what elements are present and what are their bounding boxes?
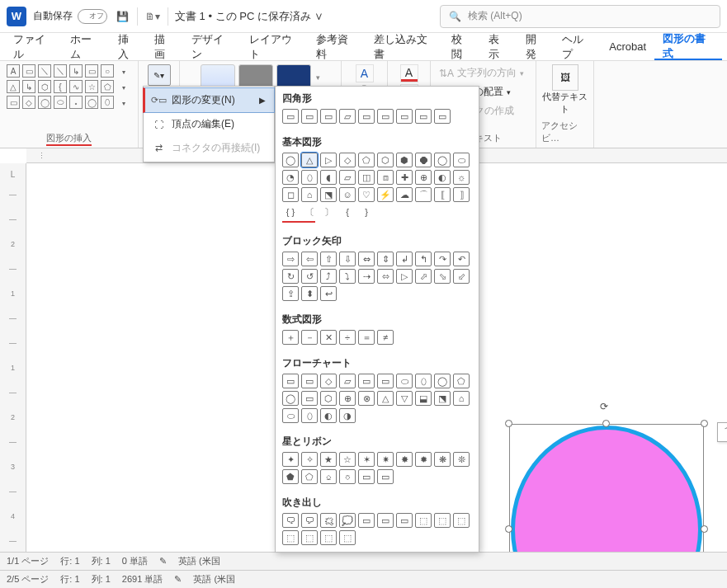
search-icon: 🔍 xyxy=(449,11,461,22)
rotate-handle[interactable]: ⟳ xyxy=(600,401,613,414)
equation-grid[interactable]: ＋－✕÷＝≠ xyxy=(282,330,472,345)
alt-text-icon[interactable]: 🖼 xyxy=(552,64,578,91)
edit-shape-button[interactable]: ✎▾ xyxy=(148,64,171,86)
highlight-underline xyxy=(282,221,315,223)
sf-rectangles: 四角形 ▭▭▭▱▭▭▭▭▭ xyxy=(276,87,479,130)
edit-shape-menu: ⟳▭ 図形の変更(N) ▶ ⛶ 頂点の編集(E) ⇄ コネクタの再接続(I) xyxy=(143,86,275,162)
titlebar: W 自動保存 オフ 💾 🗎▾ 文書 1 • この PC に保存済み ∨ 🔍 検索… xyxy=(0,0,727,33)
sf-equation: 数式図形 ＋－✕÷＝≠ xyxy=(276,308,479,351)
resize-handle-w[interactable] xyxy=(505,525,512,533)
basic-grid[interactable]: ◯△▷◇⬠⬡⬢⯃◯⬭ ◔⬯◖▱◫⧈✚⊕◐☼ ◻⌂⬔☺♡⚡☁⌒⟦⟧ { }〔〕{} xyxy=(282,153,472,219)
status-line-2[interactable]: 行: 1 xyxy=(60,573,79,586)
status-words-2[interactable]: 2691 単語 xyxy=(122,573,163,586)
group-label-insert-shapes: 図形の挿入 xyxy=(46,132,92,146)
group-accessibility: 🖼 代替テキスト アクセシビ… xyxy=(536,61,594,148)
flowchart-grid[interactable]: ▭▭◇▱▭▭⬭⬯◯⬠ ◯▭⬡⊕⊗△▽⬓⬔⌂ ⬭⬯◐◑ xyxy=(282,374,472,423)
separator xyxy=(137,7,138,26)
edit-points-icon: ⛶ xyxy=(152,118,165,131)
arrows-grid[interactable]: ⇨⇦⇧⇩⇔⇕↲↰↷↶ ↻↺⤴⤵⇢⬄▷⬀⬂⬃ ⇪⬍↩ xyxy=(282,252,472,301)
tab-home[interactable]: ホーム xyxy=(62,33,109,60)
reconnect-icon: ⇄ xyxy=(152,142,165,155)
shape-gallery-mini[interactable]: A▭＼＼↳▭○▾ △↳⬡{∿☆⬠▾ ▭◇◯⬭⬩◯⬯▾ xyxy=(7,64,131,111)
text-direction-button[interactable]: ⇅A 文字列の方向▾ xyxy=(436,64,527,82)
status-proofing-icon[interactable]: ✎ xyxy=(159,556,167,567)
sf-callouts: 吹き出し 🗨🗩🗯💭▭▭▭⬚⬚⬚ ⬚⬚⬚⬚ xyxy=(276,491,479,552)
autosave-label: 自動保存 xyxy=(33,9,73,23)
status-bar-1: 1/1 ページ 行: 1 列: 1 0 単語 ✎ 英語 (米国 xyxy=(0,552,727,570)
status-proofing-icon-2[interactable]: ✎ xyxy=(174,574,182,585)
tab-draw[interactable]: 描画 xyxy=(146,33,183,60)
tab-shape-format[interactable]: 図形の書式 xyxy=(654,33,722,60)
resize-handle-n[interactable] xyxy=(602,420,610,427)
tab-references[interactable]: 参考資料 xyxy=(308,33,365,60)
tab-insert[interactable]: 挿入 xyxy=(110,33,147,60)
tab-review[interactable]: 校閲 xyxy=(443,33,480,60)
submenu-arrow-icon: ▶ xyxy=(259,96,266,105)
rect-grid[interactable]: ▭▭▭▱▭▭▭▭▭ xyxy=(282,109,472,124)
autosave-toggle[interactable]: オフ xyxy=(78,9,107,24)
vertical-ruler[interactable]: L ——2— 1——1 —2—3 —4—5 —6—7 —8—9 —10—11 —… xyxy=(0,163,26,552)
alt-text-label: 代替テキスト xyxy=(541,91,588,115)
autosave-group: 自動保存 オフ xyxy=(33,9,107,24)
group-insert-shapes: A▭＼＼↳▭○▾ △↳⬡{∿☆⬠▾ ▭◇◯⬭⬩◯⬯▾ 図形の挿入 xyxy=(0,61,139,148)
text-fill-button[interactable]: A xyxy=(400,64,418,82)
tab-file[interactable]: ファイル xyxy=(5,33,62,60)
group-label-accessibility: アクセシビ… xyxy=(541,120,588,146)
save-button[interactable]: 💾 xyxy=(114,8,130,25)
text-direction-icon: ⇅A xyxy=(439,68,454,79)
status-lang-2[interactable]: 英語 (米国 xyxy=(193,573,235,586)
quickaccess-btn-1[interactable]: 🗎▾ xyxy=(144,8,161,25)
tab-layout[interactable]: レイアウト xyxy=(241,33,309,60)
sf-basic: 基本図形 ◯△▷◇⬠⬡⬢⯃◯⬭ ◔⬯◖▱◫⧈✚⊕◐☼ ◻⌂⬔☺♡⚡☁⌒⟦⟧ { … xyxy=(276,130,479,229)
sf-stars: 星とリボン ✦✧★☆✶✷✸✹❋❊ ⬟⬠⎐⎏▭▭ xyxy=(276,430,479,491)
tab-design[interactable]: デザイン xyxy=(183,33,240,60)
separator xyxy=(168,7,168,26)
tab-developer[interactable]: 開発 xyxy=(517,33,555,60)
status-line[interactable]: 行: 1 xyxy=(60,555,79,567)
status-page[interactable]: 1/1 ページ xyxy=(7,555,49,567)
status-words[interactable]: 0 単語 xyxy=(122,555,148,567)
change-shape-flyout: 四角形 ▭▭▭▱▭▭▭▭▭ 基本図形 ◯△▷◇⬠⬡⬢⯃◯⬭ ◔⬯◖▱◫⧈✚⊕◐☼… xyxy=(275,86,479,553)
stars-grid[interactable]: ✦✧★☆✶✷✸✹❋❊ ⬟⬠⎐⎏▭▭ xyxy=(282,452,472,484)
menu-edit-points[interactable]: ⛶ 頂点の編集(E) xyxy=(144,112,274,136)
callouts-grid[interactable]: 🗨🗩🗯💭▭▭▭⬚⬚⬚ ⬚⬚⬚⬚ xyxy=(282,513,472,545)
tab-view[interactable]: 表示 xyxy=(480,33,517,60)
change-shape-icon: ⟳▭ xyxy=(152,94,165,107)
search-placeholder: 検索 (Alt+Q) xyxy=(468,9,522,23)
sf-block-arrows: ブロック矢印 ⇨⇦⇧⇩⇔⇕↲↰↷↶ ↻↺⤴⤵⇢⬄▷⬀⬂⬃ ⇪⬍↩ xyxy=(276,229,479,308)
ribbon-tabs: ファイル ホーム 挿入 描画 デザイン レイアウト 参考資料 差し込み文書 校閲… xyxy=(0,33,727,61)
layout-options-button[interactable]: ⌒ xyxy=(717,422,727,442)
resize-handle-nw[interactable] xyxy=(505,420,512,427)
status-bar-2: 2/5 ページ 行: 1 列: 1 2691 単語 ✎ 英語 (米国 xyxy=(0,570,727,588)
status-col-2[interactable]: 列: 1 xyxy=(92,573,111,586)
gallery-more-icon[interactable]: ▾ xyxy=(316,73,320,82)
wordart-quick-style[interactable]: A xyxy=(356,64,374,82)
resize-handle-e[interactable] xyxy=(701,525,708,533)
menu-reconnect: ⇄ コネクタの再接続(I) xyxy=(144,136,274,160)
document-title[interactable]: 文書 1 • この PC に保存済み ∨ xyxy=(175,9,323,24)
status-col[interactable]: 列: 1 xyxy=(92,555,111,567)
tab-acrobat[interactable]: Acrobat xyxy=(601,33,654,60)
tab-help[interactable]: ヘルプ xyxy=(554,33,601,60)
tab-mailings[interactable]: 差し込み文書 xyxy=(366,33,443,60)
word-app-icon: W xyxy=(7,7,26,26)
menu-change-shape[interactable]: ⟳▭ 図形の変更(N) ▶ xyxy=(143,87,275,113)
resize-handle-ne[interactable] xyxy=(701,420,708,427)
status-lang[interactable]: 英語 (米国 xyxy=(178,555,220,567)
status-page-2[interactable]: 2/5 ページ xyxy=(7,573,49,586)
sf-flowchart: フローチャート ▭▭◇▱▭▭⬭⬯◯⬠ ◯▭⬡⊕⊗△▽⬓⬔⌂ ⬭⬯◐◑ xyxy=(276,351,479,430)
search-input[interactable]: 🔍 検索 (Alt+Q) xyxy=(440,5,720,28)
